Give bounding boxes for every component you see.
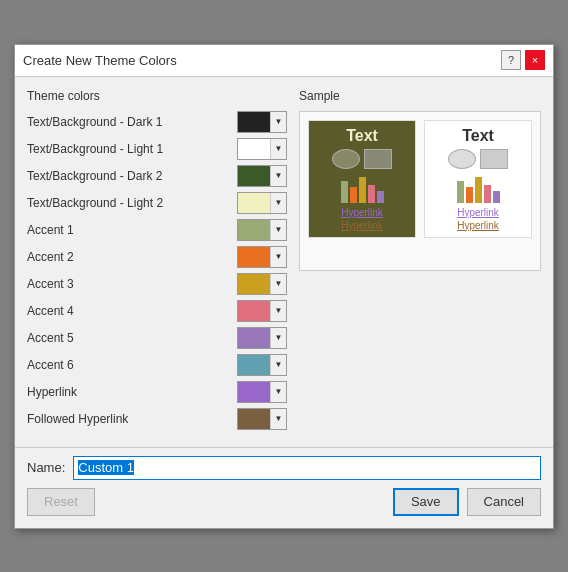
color-label-accent4: Accent 4 [27,304,237,318]
color-button-accent3[interactable]: ▼ [237,273,287,295]
bar [377,191,384,203]
color-dropdown-arrow-text-bg-dark1[interactable]: ▼ [270,112,286,132]
color-dropdown-arrow-accent3[interactable]: ▼ [270,274,286,294]
color-swatch-accent4 [238,301,270,321]
color-button-text-bg-light2[interactable]: ▼ [237,192,287,214]
sample-card-light: Text Hyperlink Hyperlink [424,120,532,238]
color-button-text-bg-dark2[interactable]: ▼ [237,165,287,187]
color-rows-container: Text/Background - Dark 1▼Text/Background… [27,111,287,430]
color-label-accent6: Accent 6 [27,358,237,372]
color-button-followed-hyperlink[interactable]: ▼ [237,408,287,430]
color-dropdown-arrow-accent2[interactable]: ▼ [270,247,286,267]
color-swatch-accent3 [238,274,270,294]
color-swatch-accent5 [238,328,270,348]
color-label-text-bg-dark1: Text/Background - Dark 1 [27,115,237,129]
color-row-accent6: Accent 6▼ [27,354,287,376]
theme-colors-label: Theme colors [27,89,287,103]
close-button[interactable]: × [525,50,545,70]
color-dropdown-arrow-accent4[interactable]: ▼ [270,301,286,321]
color-row-accent4: Accent 4▼ [27,300,287,322]
sample-box: Text Hyperlink Hyperlink [299,111,541,271]
sample-hyperlink-light[interactable]: Hyperlink [457,207,499,218]
sample-rect-light [480,149,508,169]
sample-followed-hyperlink-light[interactable]: Hyperlink [457,220,499,231]
sample-bars-light [457,173,500,203]
color-row-text-bg-light2: Text/Background - Light 2▼ [27,192,287,214]
right-buttons: Save Cancel [393,488,541,516]
sample-followed-hyperlink-dark[interactable]: Hyperlink [341,220,383,231]
color-dropdown-arrow-text-bg-light1[interactable]: ▼ [270,139,286,159]
sample-bars-dark [341,173,384,203]
color-dropdown-arrow-text-bg-light2[interactable]: ▼ [270,193,286,213]
color-button-accent5[interactable]: ▼ [237,327,287,349]
color-label-text-bg-light2: Text/Background - Light 2 [27,196,237,210]
name-label: Name: [27,460,65,475]
color-button-accent4[interactable]: ▼ [237,300,287,322]
bar [475,177,482,203]
color-button-text-bg-light1[interactable]: ▼ [237,138,287,160]
bar [466,187,473,203]
color-dropdown-arrow-accent6[interactable]: ▼ [270,355,286,375]
color-dropdown-arrow-accent1[interactable]: ▼ [270,220,286,240]
save-button[interactable]: Save [393,488,459,516]
help-button[interactable]: ? [501,50,521,70]
bar [484,185,491,203]
reset-button[interactable]: Reset [27,488,95,516]
title-bar: Create New Theme Colors ? × [15,45,553,77]
bar [493,191,500,203]
sample-inner: Text Hyperlink Hyperlink [308,120,532,238]
color-button-accent6[interactable]: ▼ [237,354,287,376]
color-label-followed-hyperlink: Followed Hyperlink [27,412,237,426]
color-dropdown-arrow-hyperlink[interactable]: ▼ [270,382,286,402]
color-row-hyperlink: Hyperlink▼ [27,381,287,403]
color-button-text-bg-dark1[interactable]: ▼ [237,111,287,133]
color-row-text-bg-dark1: Text/Background - Dark 1▼ [27,111,287,133]
sample-oval-light [448,149,476,169]
color-label-text-bg-light1: Text/Background - Light 1 [27,142,237,156]
bar [457,181,464,203]
color-label-accent1: Accent 1 [27,223,237,237]
bar [368,185,375,203]
color-label-hyperlink: Hyperlink [27,385,237,399]
bar [341,181,348,203]
color-row-accent5: Accent 5▼ [27,327,287,349]
right-panel: Sample Text Hyperlink Hyper [299,89,541,435]
color-swatch-text-bg-light2 [238,193,270,213]
sample-oval-dark [332,149,360,169]
sample-links-dark: Hyperlink Hyperlink [341,207,383,231]
color-dropdown-arrow-text-bg-dark2[interactable]: ▼ [270,166,286,186]
sample-label: Sample [299,89,541,103]
sample-text-light: Text [462,127,494,145]
sample-text-dark: Text [346,127,378,145]
dialog-body: Theme colors Text/Background - Dark 1▼Te… [15,77,553,447]
color-swatch-accent1 [238,220,270,240]
color-button-accent1[interactable]: ▼ [237,219,287,241]
color-button-hyperlink[interactable]: ▼ [237,381,287,403]
color-row-text-bg-dark2: Text/Background - Dark 2▼ [27,165,287,187]
button-row: Reset Save Cancel [15,480,553,528]
color-row-text-bg-light1: Text/Background - Light 1▼ [27,138,287,160]
name-section: Name: [15,447,553,480]
color-swatch-text-bg-light1 [238,139,270,159]
left-panel: Theme colors Text/Background - Dark 1▼Te… [27,89,287,435]
color-dropdown-arrow-followed-hyperlink[interactable]: ▼ [270,409,286,429]
color-dropdown-arrow-accent5[interactable]: ▼ [270,328,286,348]
cancel-button[interactable]: Cancel [467,488,541,516]
color-swatch-text-bg-dark1 [238,112,270,132]
sample-hyperlink-dark[interactable]: Hyperlink [341,207,383,218]
color-swatch-accent6 [238,355,270,375]
color-button-accent2[interactable]: ▼ [237,246,287,268]
sample-shapes-dark [332,149,392,169]
color-row-followed-hyperlink: Followed Hyperlink▼ [27,408,287,430]
title-buttons: ? × [501,50,545,70]
color-label-accent5: Accent 5 [27,331,237,345]
color-row-accent2: Accent 2▼ [27,246,287,268]
bar [359,177,366,203]
sample-shapes-light [448,149,508,169]
bar [350,187,357,203]
name-input[interactable] [73,456,541,480]
color-swatch-followed-hyperlink [238,409,270,429]
color-label-accent3: Accent 3 [27,277,237,291]
color-label-text-bg-dark2: Text/Background - Dark 2 [27,169,237,183]
color-row-accent1: Accent 1▼ [27,219,287,241]
